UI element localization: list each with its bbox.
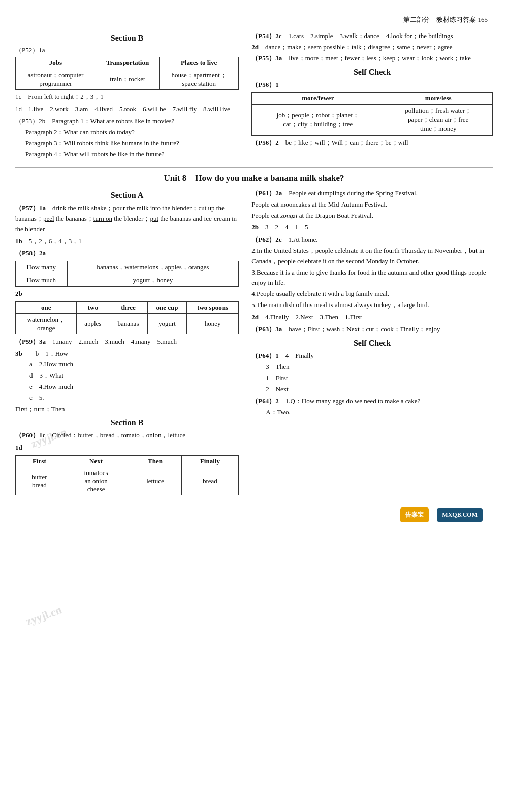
cell-two-spoons: honey	[187, 313, 239, 334]
table-row: How many bananas，watermelons，apples，oran…	[16, 261, 239, 274]
table-row: job；people；robot；planet；car；city；buildin…	[252, 105, 493, 136]
cell-transport: train；rocket	[96, 69, 159, 90]
table-1d: First Next Then Finally butterbread toma…	[15, 455, 239, 495]
p57-1b: 1b 5，2，6，4，3，1	[15, 236, 239, 247]
p60-1c: （P60）1c Circled：butter，bread，tomato，onio…	[15, 430, 239, 441]
table-row: butterbread tomatoesan onioncheese lettu…	[16, 467, 239, 495]
p61-2a: （P61）2a People eat dumplings during the …	[251, 188, 493, 221]
col-next: Next	[63, 455, 129, 467]
cell-one-cup: yogurt	[147, 313, 186, 334]
p54-answers: （P54）2c 1.cars 2.simple 3.walk；dance 4.l…	[251, 31, 493, 63]
p62-2c: （P62）2c 1.At home. 2.In the United State…	[251, 234, 493, 311]
footer: 告案宝 MXQB.COM	[15, 507, 493, 522]
p56-2-answer: （P56）2 be；like；will；Will；can；there；be；wi…	[251, 138, 493, 148]
col-two-spoons: two spoons	[187, 301, 239, 313]
cell-first: butterbread	[16, 467, 64, 495]
self-check-top-title: Self Check	[251, 67, 493, 77]
section-b-left: Section B （P52）1a Jobs Transportation Pl…	[15, 29, 244, 161]
section-b-right: （P54）2c 1.cars 2.simple 3.walk；dance 4.l…	[244, 29, 493, 161]
p59-3b: 3b b 1．How a 2.How much d 3．What e 4.How…	[15, 349, 239, 415]
table-row: How much yogurt，honey	[16, 274, 239, 286]
cell-how-many: How many	[16, 261, 68, 274]
p60-1d-label: 1d	[15, 443, 239, 453]
cell-how-many-val: bananas，watermelons，apples，oranges	[67, 261, 239, 274]
p61-2b: 2b 3 2 4 1 5	[251, 222, 493, 233]
section-b-title: Section B	[15, 33, 239, 43]
cell-places: house；apartment；space station	[160, 69, 239, 90]
p62-2d: 2d 4.Finally 2.Next 3.Then 1.First	[251, 312, 493, 323]
self-check-bottom-title: Self Check	[251, 339, 493, 348]
section-b-unit8-title: Section B	[15, 418, 239, 427]
header-text: 第二部分 教材练习答案 165	[403, 16, 488, 23]
col-one-cup: one cup	[147, 301, 186, 313]
col-three: three	[109, 301, 148, 313]
col-transport: Transportation	[96, 57, 159, 69]
table-jobs: Jobs Transportation Places to live astro…	[15, 57, 239, 90]
col-places: Places to live	[160, 57, 239, 69]
p52-label: （P52）1a	[15, 46, 239, 55]
col-one: one	[16, 301, 77, 313]
unit8-left: Section A （P57）1a drink the milk shake；p…	[15, 187, 244, 497]
col-jobs: Jobs	[16, 57, 96, 69]
col-more-fewer: more/fewer	[252, 93, 384, 105]
cell-how-much: How much	[16, 274, 68, 286]
p53-label: （P53）2b Paragraph 1：What are robots like…	[15, 117, 239, 126]
p64-2: （P64）2 1.Q：How many eggs do we need to m…	[251, 396, 493, 418]
cell-jobs: astronaut；computerprogrammer	[16, 69, 96, 90]
unit8-section: Section A （P57）1a drink the milk shake；p…	[15, 187, 493, 497]
col-finally: Finally	[181, 455, 239, 467]
cell-how-much-val: yogurt，honey	[67, 274, 239, 286]
col-two: two	[77, 301, 109, 313]
cell-more-fewer: job；people；robot；planet；car；city；buildin…	[252, 105, 384, 136]
p56-answers: （P56）1	[251, 80, 493, 90]
p57-1a: （P57）1a drink the milk shake；pour the mi…	[15, 203, 239, 234]
table-2b: one two three one cup two spoons waterme…	[15, 301, 239, 334]
table-self-check: more/fewer more/less job；people；robot；pl…	[251, 92, 493, 136]
cell-finally: bread	[181, 467, 239, 495]
table-row: watermelon，orange apples bananas yogurt …	[16, 313, 239, 334]
col-then: Then	[129, 455, 181, 467]
p53-2b-answers: Paragraph 2：What can robots do today? Pa…	[15, 127, 239, 160]
cell-next: tomatoesan onioncheese	[63, 467, 129, 495]
cell-then: lettuce	[129, 467, 181, 495]
section-a-title: Section A	[15, 191, 239, 200]
unit8-right: （P61）2a People eat dumplings during the …	[244, 187, 493, 497]
cell-more-less: pollution；fresh water；paper；clean air；fr…	[384, 105, 493, 136]
logo-gaoanba: 告案宝	[400, 507, 429, 522]
answer-1d: 1d 1.live 2.work 3.am 4.lived 5.took 6.w…	[15, 104, 239, 115]
p64-1: （P64）1 4 Finally 3 Then 1 First 2 Next	[251, 351, 493, 394]
logo-text-1: 告案宝	[405, 511, 424, 518]
table-row: astronaut；computerprogrammer train；rocke…	[16, 69, 239, 90]
logo-mxqb: MXQB.COM	[437, 508, 483, 522]
p63-3a: （P63）3a have；First；wash；Next；cut；cook；Fi…	[251, 324, 493, 335]
cell-three: bananas	[109, 313, 148, 334]
col-more-less: more/less	[384, 93, 493, 105]
logo-text-2: MXQB.COM	[442, 511, 478, 518]
watermark-2: zyyjl.cn	[24, 603, 64, 628]
table-2a: How many bananas，watermelons，apples，oran…	[15, 261, 239, 287]
top-section: Section B （P52）1a Jobs Transportation Pl…	[15, 29, 493, 161]
unit8-title: Unit 8 How do you make a banana milk sha…	[15, 167, 493, 184]
page-header: 第二部分 教材练习答案 165	[15, 15, 493, 24]
cell-one: watermelon，orange	[16, 313, 77, 334]
col-first: First	[16, 455, 64, 467]
p59-3a: （P59）3a 1.many 2.much 3.much 4.many 5.mu…	[15, 336, 239, 347]
page: zyyjl.cn zyyjl.cn 第二部分 教材练习答案 165 Sectio…	[0, 0, 508, 812]
p58-label: （P58）2a	[15, 248, 239, 259]
answer-1c: 1c From left to right：2，3，1	[15, 92, 239, 103]
p58-2b-label: 2b	[15, 289, 239, 299]
cell-two: apples	[77, 313, 109, 334]
